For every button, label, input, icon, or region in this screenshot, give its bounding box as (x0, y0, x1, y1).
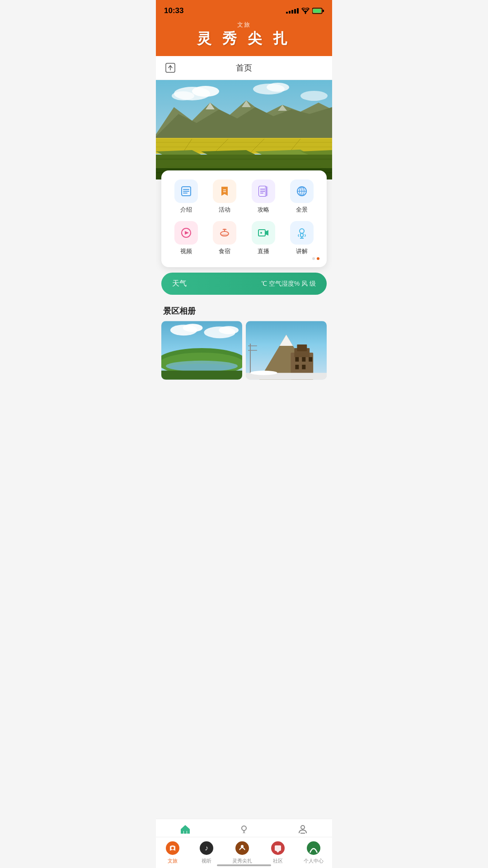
album-grid (156, 321, 332, 380)
menu-item-explain[interactable]: 讲解 (285, 221, 320, 255)
menu-label-food: 食宿 (219, 247, 230, 255)
album-photo-1[interactable] (161, 321, 242, 380)
svg-marker-50 (185, 231, 189, 235)
svg-marker-54 (265, 230, 268, 236)
menu-dot-1 (312, 257, 315, 260)
status-time: 10:33 (164, 6, 183, 15)
svg-rect-30 (156, 155, 332, 168)
status-bar: 10:33 (156, 0, 332, 20)
menu-label-live: 直播 (258, 247, 269, 255)
menu-item-video[interactable]: 视频 (169, 221, 204, 255)
svg-rect-75 (297, 344, 307, 351)
signal-icon (286, 8, 299, 14)
menu-icon-guide (252, 179, 275, 203)
menu-icon-explain (290, 221, 314, 245)
hero-image (156, 80, 332, 179)
menu-dot-2 (317, 257, 319, 260)
menu-dots (169, 257, 319, 260)
svg-point-12 (300, 91, 328, 101)
weather-bar[interactable]: 天气 ℃ 空气湿度% 风 级 (161, 273, 327, 295)
svg-point-64 (219, 326, 239, 334)
menu-label-guide: 攻略 (258, 206, 269, 214)
svg-point-68 (168, 364, 235, 371)
header-subtitle: 文旅 (156, 21, 332, 29)
menu-item-live[interactable]: 直播 (246, 221, 281, 255)
status-icons (286, 8, 324, 14)
svg-rect-3 (323, 10, 324, 12)
svg-point-0 (305, 13, 306, 14)
svg-point-62 (183, 324, 203, 332)
svg-rect-76 (295, 357, 299, 362)
menu-icon-live (252, 221, 275, 245)
album-photo-2[interactable] (246, 321, 327, 380)
menu-label-activity: 活动 (219, 206, 230, 214)
menu-icon-food (213, 221, 236, 245)
menu-icon-intro (174, 179, 198, 203)
svg-rect-78 (309, 357, 312, 362)
svg-point-55 (260, 232, 262, 234)
page-nav: 首页 (156, 56, 332, 80)
svg-point-85 (250, 371, 277, 375)
svg-rect-69 (161, 371, 242, 380)
menu-label-panorama: 全景 (296, 206, 308, 214)
svg-rect-77 (302, 357, 305, 362)
battery-icon (312, 8, 324, 14)
svg-point-8 (192, 86, 219, 97)
menu-item-intro[interactable]: 介绍 (169, 179, 204, 214)
menu-label-intro: 介绍 (180, 206, 192, 214)
album-section-title: 景区相册 (156, 300, 332, 321)
menu-icon-activity (213, 179, 236, 203)
page-nav-title: 首页 (178, 62, 310, 73)
svg-rect-44 (265, 186, 268, 196)
menu-item-food[interactable]: 食宿 (207, 221, 243, 255)
wifi-icon (301, 8, 310, 14)
svg-point-56 (300, 229, 304, 233)
menu-item-activity[interactable]: 活动 (207, 179, 243, 214)
weather-label: 天气 (172, 279, 187, 288)
svg-point-9 (172, 91, 194, 100)
menu-icon-video (174, 221, 198, 245)
menu-card: 介绍 活动 攻略 全景 视频 食宿 直播 讲解 (161, 170, 327, 267)
svg-rect-80 (302, 365, 305, 369)
menu-item-panorama[interactable]: 全景 (285, 179, 320, 214)
svg-point-11 (267, 83, 289, 92)
menu-label-video: 视频 (180, 247, 192, 255)
menu-label-explain: 讲解 (296, 247, 308, 255)
weather-info: ℃ 空气湿度% 风 级 (261, 280, 316, 288)
menu-grid: 介绍 活动 攻略 全景 视频 食宿 直播 讲解 (169, 179, 319, 255)
app-header: 文旅 灵 秀 尖 扎 (156, 20, 332, 56)
menu-item-guide[interactable]: 攻略 (246, 179, 281, 214)
share-icon[interactable] (163, 61, 178, 75)
header-title: 灵 秀 尖 扎 (156, 29, 332, 49)
svg-rect-2 (313, 9, 321, 13)
menu-icon-panorama (290, 179, 314, 203)
svg-rect-57 (300, 233, 303, 237)
svg-rect-79 (295, 365, 299, 369)
